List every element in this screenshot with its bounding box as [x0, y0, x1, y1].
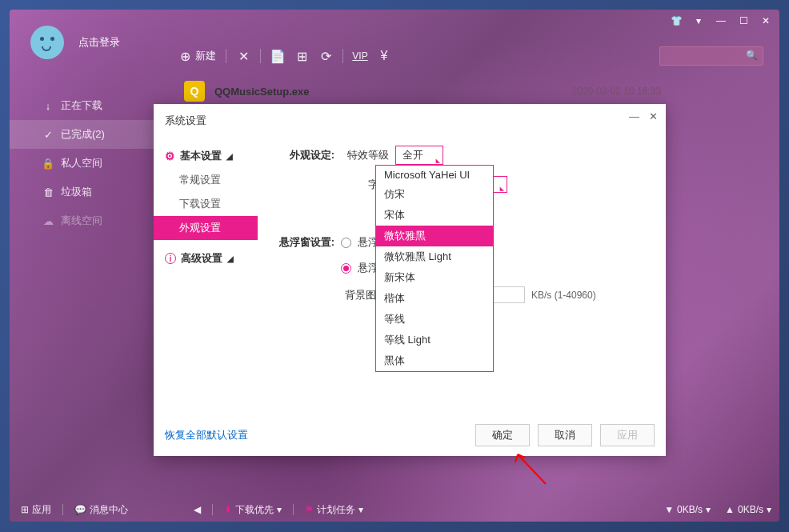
dialog-title: 系统设置 — [154, 104, 666, 138]
toolbar: ⊕新建 ✕ 📄 ⊞ ⟳ VIP ¥ — [178, 40, 763, 72]
dropdown-item[interactable]: 等线 Light — [376, 330, 493, 350]
file-date: 2020-02-02 10:16:33 — [572, 86, 661, 97]
dropdown-item[interactable]: 楷体 — [376, 288, 493, 309]
grid-icon[interactable]: ⊞ — [294, 49, 309, 63]
skin-icon[interactable]: 👕 — [669, 14, 683, 28]
file-name[interactable]: QQMusicSetup.exe — [214, 86, 309, 98]
settings-download[interactable]: 下载设置 — [154, 192, 258, 216]
nav-label: 正在下载 — [61, 98, 102, 113]
dialog-controls: — ✕ — [629, 110, 658, 122]
separator — [226, 49, 226, 63]
separator — [212, 504, 213, 515]
coin-icon[interactable]: ¥ — [377, 49, 391, 63]
cancel-button[interactable]: 取消 — [538, 424, 592, 446]
float-radio-2[interactable] — [341, 263, 351, 274]
prev-icon[interactable]: ◀ — [194, 504, 201, 515]
nav-trash[interactable]: 🗑垃圾箱 — [10, 178, 154, 206]
dropdown-item[interactable]: 微软雅黑 Light — [376, 246, 493, 267]
vip-icon[interactable]: VIP — [353, 49, 367, 63]
chevron-down-icon: ▾ — [358, 504, 363, 515]
new-label: 新建 — [195, 49, 216, 63]
dropdown-item[interactable]: 黑体 — [376, 350, 493, 371]
effect-select[interactable]: 全开 — [395, 146, 443, 165]
settings-appearance[interactable]: 外观设置 — [154, 216, 258, 240]
plus-icon: ⊕ — [178, 49, 192, 63]
close-button[interactable]: ✕ — [759, 14, 773, 28]
bg-label: 背景图 — [341, 288, 376, 302]
dialog-footer: 恢复全部默认设置 确定 取消 应用 — [165, 424, 655, 446]
maximize-button[interactable]: ☐ — [736, 14, 751, 28]
dropdown-item[interactable]: 新宋体 — [376, 267, 493, 288]
dropdown-item[interactable]: 宋体 — [376, 205, 493, 226]
minimize-button[interactable]: — — [714, 14, 728, 28]
refresh-icon[interactable]: ⟳ — [318, 49, 333, 63]
nav-completed[interactable]: ✓已完成(2) — [10, 120, 154, 149]
flag-icon: ⚑ — [305, 504, 314, 515]
appearance-label: 外观设定: — [274, 148, 334, 162]
chevron-down-icon: ▾ — [706, 504, 711, 515]
settings-general[interactable]: 常规设置 — [154, 168, 258, 192]
apps-button[interactable]: ⊞应用 — [21, 503, 51, 517]
settings-advanced-group[interactable]: i高级设置◢ — [154, 246, 258, 270]
info-icon: i — [165, 253, 176, 264]
dropdown-item[interactable]: 仿宋 — [376, 184, 493, 205]
settings-nav: ⚙基本设置◢ 常规设置 下载设置 外观设置 i高级设置◢ — [154, 138, 258, 426]
float-label: 悬浮窗设置: — [274, 235, 334, 250]
down-speed[interactable]: ▼0KB/s▾ — [664, 504, 711, 515]
dropdown-item[interactable]: Microsoft YaHei UI — [376, 166, 493, 184]
delete-icon[interactable]: ✕ — [236, 49, 250, 63]
nav-private[interactable]: 🔒私人空间 — [10, 149, 154, 178]
settings-basic-group[interactable]: ⚙基本设置◢ — [154, 144, 258, 168]
float-radio-1[interactable] — [341, 238, 351, 248]
speed-stats: ▼0KB/s▾ ▲0KB/s▾ — [664, 504, 771, 515]
ok-button[interactable]: 确定 — [475, 424, 530, 446]
separator — [260, 49, 261, 63]
msg-icon: 💬 — [74, 504, 86, 515]
trash-icon: 🗑 — [42, 186, 54, 198]
nav-offline[interactable]: ☁离线空间 — [10, 206, 154, 235]
login-link[interactable]: 点击登录 — [78, 35, 120, 50]
dialog-close-button[interactable]: ✕ — [649, 110, 658, 122]
dropdown-item[interactable]: 等线 — [376, 309, 493, 330]
gear-icon: ⚙ — [165, 150, 175, 162]
reset-link[interactable]: 恢复全部默认设置 — [165, 428, 248, 442]
separator — [293, 504, 294, 515]
effect-label: 特效等级 — [341, 148, 389, 162]
new-button[interactable]: ⊕新建 — [178, 49, 216, 63]
priority-button[interactable]: ⬇下载优先▾ — [224, 503, 282, 517]
up-icon: ▲ — [725, 504, 735, 515]
avatar[interactable] — [30, 26, 64, 59]
download-icon: ↓ — [42, 99, 54, 112]
nav-label: 私人空间 — [61, 156, 102, 170]
lock-icon: 🔒 — [42, 157, 54, 170]
nav: ↓正在下载 ✓已完成(2) 🔒私人空间 🗑垃圾箱 ☁离线空间 — [10, 91, 154, 235]
dialog-minimize[interactable]: — — [629, 110, 639, 122]
file-type-icon: Q — [184, 81, 205, 102]
bottom-left-bar: ⊞应用 💬消息中心 — [10, 498, 139, 522]
menu-icon[interactable]: ▾ — [691, 14, 706, 28]
check-icon: ✓ — [42, 128, 54, 141]
search-input[interactable] — [659, 46, 763, 66]
chevron-down-icon: ◢ — [226, 152, 233, 161]
speed-hint: KB/s (1-40960) — [531, 290, 596, 301]
msgcenter-button[interactable]: 💬消息中心 — [74, 503, 128, 517]
font-dropdown: Microsoft YaHei UI 仿宋 宋体 微软雅黑 微软雅黑 Light… — [375, 165, 494, 372]
sidebar: 点击登录 ↓正在下载 ✓已完成(2) 🔒私人空间 🗑垃圾箱 ☁离线空间 — [10, 10, 154, 522]
plan-button[interactable]: ⚑计划任务▾ — [305, 503, 363, 517]
app-window: 👕 ▾ — ☐ ✕ 点击登录 ↓正在下载 ✓已完成(2) 🔒私人空间 🗑垃圾箱 … — [10, 10, 779, 522]
separator — [342, 49, 343, 63]
folder-icon[interactable]: 📄 — [270, 49, 285, 63]
cloud-icon: ☁ — [42, 214, 54, 227]
group-label: 基本设置 — [180, 149, 222, 163]
apps-icon: ⊞ — [21, 504, 29, 515]
nav-downloading[interactable]: ↓正在下载 — [10, 91, 154, 120]
file-list: Q QQMusicSetup.exe 2020-02-02 10:16:33 — [178, 75, 763, 107]
appearance-row: 外观设定: 特效等级 全开 — [274, 146, 650, 165]
nav-label: 垃圾箱 — [61, 185, 92, 199]
nav-label: 离线空间 — [61, 214, 102, 228]
down-icon: ▼ — [664, 504, 674, 515]
titlebar: 👕 ▾ — ☐ ✕ — [663, 10, 779, 32]
up-speed[interactable]: ▲0KB/s▾ — [725, 504, 771, 515]
chevron-down-icon: ▾ — [277, 504, 282, 515]
dropdown-item-selected[interactable]: 微软雅黑 — [376, 226, 493, 246]
